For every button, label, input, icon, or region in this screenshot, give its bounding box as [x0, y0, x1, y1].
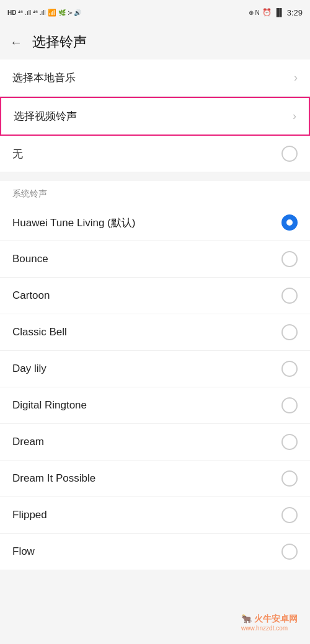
page-header: ← 选择铃声 — [0, 25, 310, 60]
video-ringtone-item[interactable]: 选择视频铃声 › — [0, 97, 310, 136]
local-music-label: 选择本地音乐 — [12, 71, 76, 85]
ringtone-item-huawei-tune[interactable]: Huawei Tune Living (默认) — [0, 205, 310, 241]
ringtone-label: Bounce — [12, 253, 48, 265]
section-label-system: 系统铃声 — [0, 181, 310, 205]
watermark: 🐂 火牛安卓网 www.hnzzdt.com — [241, 614, 298, 632]
wifi-icon: 📶 — [48, 9, 56, 17]
video-ringtone-label: 选择视频铃声 — [14, 109, 77, 123]
ringtone-item-bounce[interactable]: Bounce — [0, 241, 310, 278]
extra-icons: 🌿 ≻ 🔊 — [58, 9, 82, 16]
back-button[interactable]: ← — [10, 35, 22, 50]
radio-button[interactable] — [281, 470, 298, 487]
status-bar-left: HD ⁴⁶ .ıll ⁴⁶ .ıll 📶 🌿 ≻ 🔊 — [7, 9, 81, 17]
time-display: 3:29 — [287, 8, 303, 17]
none-radio-button[interactable] — [281, 146, 298, 162]
ringtone-label: Dream It Possible — [12, 472, 95, 485]
ringtone-item-digital-ringtone[interactable]: Digital Ringtone — [0, 387, 310, 424]
ringtone-label: Flow — [12, 545, 35, 558]
none-option-label: 无 — [12, 147, 23, 161]
ringtone-item-dream[interactable]: Dream — [0, 424, 310, 461]
radio-button[interactable] — [281, 434, 298, 450]
ringtone-item-cartoon[interactable]: Cartoon — [0, 278, 310, 314]
local-music-item[interactable]: 选择本地音乐 › — [0, 60, 310, 97]
radio-button[interactable] — [281, 397, 298, 413]
status-bar: HD ⁴⁶ .ıll ⁴⁶ .ıll 📶 🌿 ≻ 🔊 ⊕ N ⏰ ▐▌ 3:29 — [0, 0, 310, 25]
page-title: 选择铃声 — [32, 33, 87, 51]
none-option-item[interactable]: 无 — [0, 136, 310, 172]
radio-button[interactable] — [281, 507, 298, 523]
signal-icons: ⁴⁶ .ıll ⁴⁶ .ıll — [18, 9, 45, 16]
ringtone-item-flipped[interactable]: Flipped — [0, 497, 310, 534]
chevron-right-icon: › — [294, 71, 298, 84]
section-divider — [0, 172, 310, 181]
radio-button[interactable] — [281, 324, 298, 340]
radio-button[interactable] — [281, 288, 298, 304]
ringtone-item-day-lily[interactable]: Day lily — [0, 351, 310, 387]
chevron-right-icon: › — [293, 110, 296, 123]
ringtone-label: Cartoon — [12, 289, 50, 302]
watermark-site-name: 火牛安卓网 — [254, 614, 298, 624]
radio-button[interactable] — [281, 544, 298, 560]
radio-button[interactable] — [281, 251, 298, 267]
network-indicator: HD — [7, 9, 16, 16]
battery-icon: ▐▌ — [274, 8, 285, 17]
watermark-logo: 🐂 火牛安卓网 — [241, 614, 298, 625]
ringtone-label: Flipped — [12, 509, 47, 521]
radio-button[interactable] — [281, 361, 298, 377]
ringtone-label: Classic Bell — [12, 326, 67, 338]
watermark-icon: 🐂 — [241, 614, 252, 624]
status-bar-right: ⊕ N ⏰ ▐▌ 3:29 — [249, 8, 303, 17]
main-content: 选择本地音乐 › 选择视频铃声 › 无 系统铃声 Huawei Tune Liv… — [0, 60, 310, 570]
ringtone-item-classic-bell[interactable]: Classic Bell — [0, 314, 310, 351]
ringtone-label: Huawei Tune Living (默认) — [12, 216, 135, 230]
radio-button-selected[interactable] — [281, 214, 298, 231]
ringtone-label: Day lily — [12, 363, 46, 375]
notifications-icon: ⊕ N — [249, 9, 260, 16]
watermark-url: www.hnzzdt.com — [241, 625, 298, 632]
ringtone-label: Dream — [12, 436, 44, 448]
ringtone-item-flow[interactable]: Flow — [0, 534, 310, 570]
ringtone-label: Digital Ringtone — [12, 399, 87, 412]
alarm-icon: ⏰ — [262, 8, 272, 17]
ringtone-item-dream-it-possible[interactable]: Dream It Possible — [0, 461, 310, 497]
